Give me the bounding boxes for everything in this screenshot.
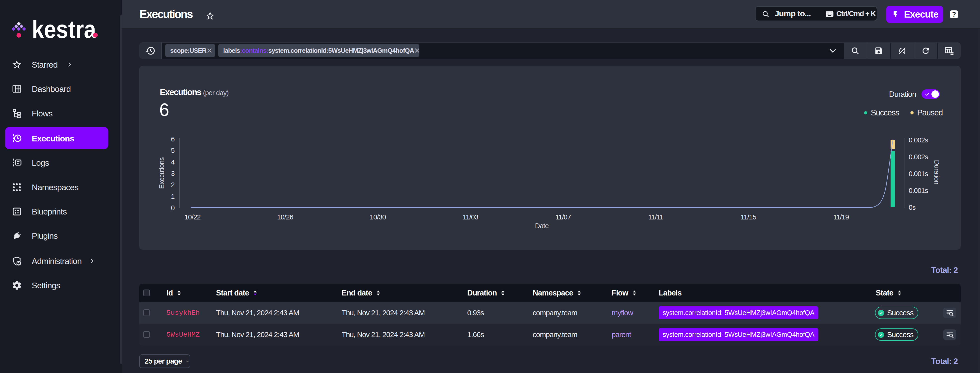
svg-text:kestra: kestra bbox=[32, 16, 96, 43]
svg-text:0.001s: 0.001s bbox=[908, 170, 928, 178]
svg-text:11/07: 11/07 bbox=[555, 213, 571, 221]
svg-text:2: 2 bbox=[171, 181, 175, 189]
svg-text:0.002s: 0.002s bbox=[908, 136, 928, 144]
svg-text:0.002s: 0.002s bbox=[908, 153, 928, 161]
svg-text:0: 0 bbox=[171, 204, 175, 212]
svg-text:5: 5 bbox=[171, 147, 175, 154]
svg-text:3: 3 bbox=[171, 170, 175, 177]
svg-text:1: 1 bbox=[171, 193, 175, 200]
svg-text:Date: Date bbox=[535, 222, 549, 230]
svg-text:10/26: 10/26 bbox=[277, 213, 293, 221]
svg-text:11/15: 11/15 bbox=[741, 213, 756, 221]
svg-text:0s: 0s bbox=[908, 203, 916, 211]
svg-text:10/22: 10/22 bbox=[184, 213, 200, 221]
svg-text:0.001s: 0.001s bbox=[908, 187, 928, 194]
svg-text:4: 4 bbox=[171, 158, 175, 166]
svg-text:11/03: 11/03 bbox=[463, 213, 478, 221]
svg-text:6: 6 bbox=[171, 135, 175, 143]
svg-text:10/30: 10/30 bbox=[370, 213, 386, 221]
svg-text:11/19: 11/19 bbox=[834, 213, 849, 221]
svg-text:11/11: 11/11 bbox=[648, 213, 663, 221]
svg-text:Executions: Executions bbox=[158, 157, 165, 189]
svg-text:Duration: Duration bbox=[933, 160, 940, 184]
